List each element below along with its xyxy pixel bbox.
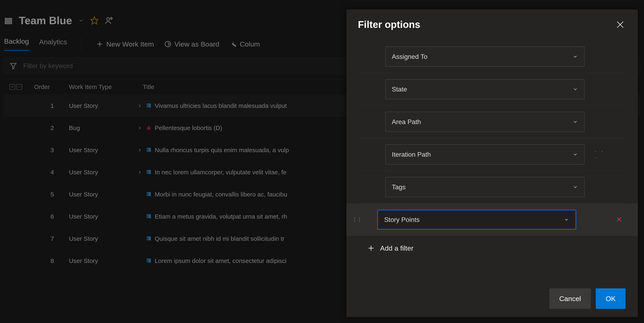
filter-field-select[interactable]: State xyxy=(386,79,584,99)
filter-row: ⋮⋮Tags· · ·✕ xyxy=(358,171,626,203)
people-icon[interactable] xyxy=(105,16,114,25)
cell-order: 4 xyxy=(34,169,69,176)
filter-row: ⋮⋮Area Path· · ·✕ xyxy=(358,106,626,138)
more-dots-icon: · · · xyxy=(595,148,608,161)
svg-rect-26 xyxy=(147,260,148,262)
cell-order: 7 xyxy=(34,235,69,242)
arrow-circle-icon xyxy=(164,40,172,48)
cancel-button[interactable]: Cancel xyxy=(550,288,591,309)
cell-order: 5 xyxy=(34,191,69,198)
work-item-title[interactable]: Etiam a metus gravida, volutpat urna sit… xyxy=(155,213,287,220)
filter-field-select[interactable]: Area Path xyxy=(386,112,584,132)
chevron-right-icon[interactable] xyxy=(137,103,143,109)
chevron-down-icon xyxy=(564,217,569,223)
svg-rect-21 xyxy=(147,149,148,151)
work-item-title[interactable]: In nec lorem ullamcorper, vulputate veli… xyxy=(155,169,286,176)
panel-footer: Cancel OK xyxy=(346,283,638,317)
column-options-label: Colum xyxy=(240,40,260,48)
cell-type: User Story xyxy=(69,169,137,176)
chevron-down-icon xyxy=(572,119,578,125)
work-item-title[interactable]: Vivamus ultricies lacus blandit malesuad… xyxy=(155,102,287,109)
user-story-icon xyxy=(146,103,152,109)
user-story-icon xyxy=(146,147,152,153)
user-story-icon xyxy=(146,214,152,220)
filter-field-label: State xyxy=(392,85,407,93)
svg-rect-23 xyxy=(147,193,148,196)
panel-header: Filter options xyxy=(346,9,638,36)
expand-collapse-toggles: + − xyxy=(10,84,34,90)
svg-rect-14 xyxy=(147,104,148,107)
filter-row: ⋮⋮Iteration Path· · ·✕ xyxy=(358,138,626,171)
filter-field-select[interactable]: Story Points xyxy=(377,210,576,230)
filter-field-label: Iteration Path xyxy=(392,151,431,158)
cell-type: User Story xyxy=(69,257,137,264)
column-options-button[interactable]: Colum xyxy=(230,40,260,48)
bug-icon xyxy=(146,125,152,131)
add-filter-label: Add a filter xyxy=(380,244,414,252)
tab-backlog[interactable]: Backlog xyxy=(4,37,29,51)
collapse-all-button[interactable]: − xyxy=(16,84,22,90)
svg-line-17 xyxy=(147,128,148,128)
svg-rect-1 xyxy=(5,20,12,21)
expand-all-button[interactable]: + xyxy=(10,84,15,90)
filter-field-select[interactable]: Tags xyxy=(386,177,584,197)
svg-rect-0 xyxy=(5,18,12,19)
svg-line-19 xyxy=(147,129,148,129)
chevron-down-icon xyxy=(572,86,578,92)
add-filter-button[interactable]: Add a filter xyxy=(358,236,626,258)
svg-point-16 xyxy=(148,126,150,127)
filter-field-label: Tags xyxy=(392,183,406,191)
cell-order: 8 xyxy=(34,257,69,264)
cell-type: Bug xyxy=(69,124,137,131)
panel-body[interactable]: ⋮⋮Assigned To· · ·✕⋮⋮State· · ·✕⋮⋮Area P… xyxy=(346,36,638,283)
filter-field-label: Assigned To xyxy=(392,53,428,60)
wrench-icon xyxy=(230,40,237,48)
divider xyxy=(82,37,82,51)
svg-point-5 xyxy=(110,18,112,19)
filter-field-label: Area Path xyxy=(392,118,421,126)
star-icon[interactable] xyxy=(90,16,99,25)
svg-rect-24 xyxy=(147,215,148,218)
close-button[interactable] xyxy=(615,19,626,30)
work-item-title[interactable]: Lorem ipsum dolor sit amet, consectetur … xyxy=(155,257,286,264)
funnel-icon xyxy=(10,62,17,69)
filter-field-label: Story Points xyxy=(384,216,420,224)
work-item-title[interactable]: Quisque sit amet nibh id mi blandit soll… xyxy=(155,235,284,242)
col-type[interactable]: Work Item Type xyxy=(69,83,143,90)
cell-type: User Story xyxy=(69,213,137,220)
chevron-down-icon xyxy=(572,152,578,157)
chevron-right-icon[interactable] xyxy=(137,169,143,175)
cell-order: 6 xyxy=(34,213,69,220)
team-name[interactable]: Team Blue xyxy=(19,14,72,27)
backlog-icon xyxy=(4,16,13,25)
svg-point-4 xyxy=(107,18,110,20)
remove-filter-button[interactable]: ✕ xyxy=(615,216,623,224)
chevron-down-icon[interactable] xyxy=(78,18,84,23)
work-item-title[interactable]: Morbi in nunc feugiat, convallis libero … xyxy=(155,191,287,198)
filter-field-select[interactable]: Iteration Path xyxy=(386,144,584,164)
cell-type: User Story xyxy=(69,235,137,242)
svg-point-15 xyxy=(147,127,150,130)
cell-order: 2 xyxy=(34,124,69,131)
plus-icon xyxy=(96,40,104,48)
view-as-board-button[interactable]: View as Board xyxy=(164,40,220,48)
tab-analytics[interactable]: Analytics xyxy=(39,38,67,50)
filter-row: ⋮⋮State· · ·✕ xyxy=(358,73,626,106)
chevron-right-icon[interactable] xyxy=(137,147,143,153)
panel-title: Filter options xyxy=(358,19,420,30)
filter-field-select[interactable]: Assigned To xyxy=(386,46,584,67)
drag-handle-icon[interactable]: ⋮⋮ xyxy=(352,217,360,223)
work-item-title[interactable]: Pellentesque lobortis (D) xyxy=(155,124,222,131)
svg-rect-25 xyxy=(147,237,148,240)
col-order[interactable]: Order xyxy=(34,83,69,90)
chevron-right-icon[interactable] xyxy=(137,125,143,131)
work-item-title[interactable]: Nulla rhoncus turpis quis enim malesuada… xyxy=(155,147,289,154)
svg-rect-2 xyxy=(5,23,12,24)
user-story-icon xyxy=(146,169,152,175)
new-work-item-button[interactable]: New Work Item xyxy=(96,40,154,48)
view-as-board-label: View as Board xyxy=(174,40,220,48)
svg-rect-22 xyxy=(147,171,148,174)
user-story-icon xyxy=(146,191,152,198)
ok-button[interactable]: OK xyxy=(596,288,626,309)
new-work-item-label: New Work Item xyxy=(106,40,154,48)
